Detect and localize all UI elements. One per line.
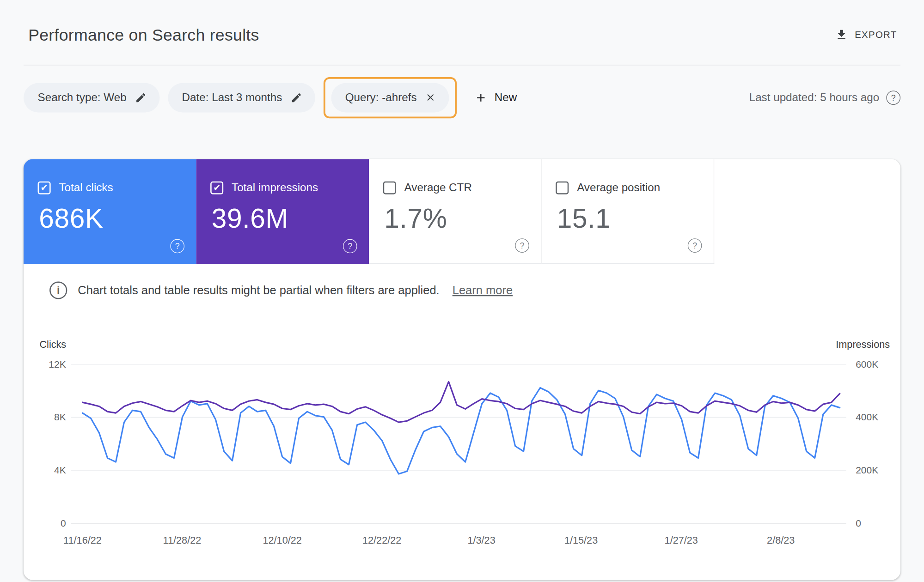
x-tick: 12/10/22 (241, 535, 323, 546)
filter-bar: Search type: Web Date: Last 3 months Que… (24, 75, 900, 120)
metric-value: 1.7% (384, 203, 447, 235)
metric-value: 686K (39, 203, 104, 235)
download-icon (835, 28, 848, 41)
y-tick-left: 12K (24, 358, 66, 370)
metric-label: Average CTR (404, 182, 472, 194)
help-icon[interactable]: ? (886, 91, 900, 105)
checkbox-unchecked-icon[interactable] (383, 182, 396, 194)
x-tick: 2/8/23 (740, 535, 822, 546)
help-icon[interactable]: ? (515, 238, 529, 253)
x-tick: 11/16/22 (41, 535, 123, 546)
query-chip-annotation-highlight: Query: -ahrefs (324, 77, 457, 118)
checkbox-checked-icon[interactable]: ✔ (38, 182, 51, 194)
checkbox-unchecked-icon[interactable] (556, 182, 569, 194)
export-label: EXPORT (855, 30, 897, 40)
filter-chip-query-label: Query: -ahrefs (345, 91, 417, 104)
performance-chart[interactable] (71, 364, 846, 523)
close-icon[interactable] (425, 92, 436, 103)
y-tick-right: 600K (856, 358, 878, 370)
filter-chip-date[interactable]: Date: Last 3 months (168, 83, 315, 112)
help-icon[interactable]: ? (688, 238, 702, 253)
filter-chip-date-label: Date: Last 3 months (182, 91, 282, 104)
y-tick-right: 200K (856, 463, 878, 476)
performance-card: ✔ Total clicks 686K ? ✔ Total impression… (24, 159, 900, 580)
search-console-performance-page: Performance on Search results EXPORT Sea… (0, 0, 924, 582)
metric-tile-total-impressions[interactable]: ✔ Total impressions 39.6M ? (196, 159, 369, 264)
help-icon[interactable]: ? (170, 239, 184, 254)
metric-value: 39.6M (212, 203, 288, 235)
filter-chip-query[interactable]: Query: -ahrefs (331, 83, 449, 112)
edit-icon[interactable] (290, 91, 302, 103)
y-tick-left: 4K (24, 463, 66, 476)
header-divider (24, 65, 900, 65)
x-tick: 1/15/23 (540, 535, 622, 546)
y-tick-left: 8K (24, 411, 66, 424)
new-filter-label: New (495, 91, 517, 104)
notice-text: Chart totals and table results might be … (78, 284, 439, 297)
last-updated-text: Last updated: 5 hours ago (749, 91, 879, 104)
metric-label: Average position (577, 182, 660, 194)
y-tick-left: 0 (24, 516, 66, 529)
info-icon: i (49, 281, 67, 299)
right-axis-title: Impressions (836, 339, 890, 351)
metric-tile-average-ctr[interactable]: Average CTR 1.7% ? (369, 159, 542, 264)
plus-icon (475, 91, 488, 104)
x-tick: 1/3/23 (440, 535, 522, 546)
metric-value: 15.1 (557, 203, 611, 235)
filter-chip-search-type[interactable]: Search type: Web (24, 83, 159, 112)
new-filter-button[interactable]: New (469, 83, 523, 112)
metric-tile-total-clicks[interactable]: ✔ Total clicks 686K ? (24, 159, 196, 264)
left-axis-title: Clicks (39, 339, 66, 351)
metric-tile-average-position[interactable]: Average position 15.1 ? (542, 159, 715, 264)
partial-data-notice: i Chart totals and table results might b… (49, 281, 513, 299)
x-tick: 12/22/22 (341, 535, 423, 546)
page-title: Performance on Search results (28, 26, 259, 45)
last-updated: Last updated: 5 hours ago ? (749, 91, 900, 105)
learn-more-link[interactable]: Learn more (453, 284, 513, 297)
edit-icon[interactable] (135, 91, 147, 103)
y-tick-right: 400K (856, 411, 878, 424)
checkbox-checked-icon[interactable]: ✔ (210, 182, 223, 194)
metric-label: Total impressions (232, 182, 318, 194)
x-tick: 1/27/23 (640, 535, 722, 546)
export-button[interactable]: EXPORT (835, 28, 897, 41)
help-icon[interactable]: ? (343, 239, 357, 254)
metric-tiles: ✔ Total clicks 686K ? ✔ Total impression… (24, 159, 714, 264)
x-tick: 11/28/22 (141, 535, 223, 546)
y-tick-right: 0 (856, 516, 861, 529)
metric-label: Total clicks (59, 182, 113, 194)
filter-chip-search-type-label: Search type: Web (38, 91, 127, 104)
